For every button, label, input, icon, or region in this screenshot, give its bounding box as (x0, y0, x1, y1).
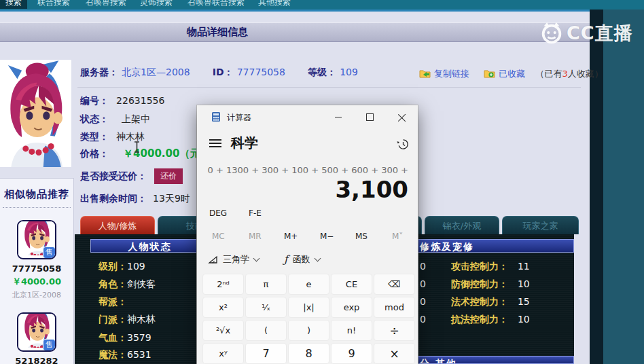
function-dropdown[interactable]: ƒ 函数 (284, 253, 320, 266)
nav-tab-accessory-search[interactable]: 灵饰搜索 (135, 0, 178, 9)
page-title: 物品详细信息 (170, 26, 265, 39)
tab-player-home[interactable]: 玩家之家 (502, 216, 579, 234)
key-square[interactable]: x² (202, 297, 244, 318)
favorite-count-suffix: 人收藏） (568, 69, 603, 79)
recommend-sidebar: 相似物品推荐 售 77775058 ￥4000.00 北京1区-2008 售 5… (0, 178, 74, 364)
cultivation-row: 0防御控制力：10 (420, 277, 530, 291)
item-thumbnail[interactable]: 售 (17, 220, 56, 259)
right-dark-strip (590, 0, 603, 364)
calculator-title: 计算器 (227, 112, 251, 124)
bargain-button[interactable]: 还价 (154, 168, 183, 184)
cultivation-row: 0抗法控制力：10 (420, 312, 530, 326)
item-actions-row: 复制链接 已收藏 （已有3人收藏） (419, 67, 603, 80)
server-value: 北京1区—2008 (122, 67, 190, 77)
key-exp[interactable]: exp (331, 297, 372, 318)
nav-tab-label: 召唤兽联合搜索 (187, 0, 245, 7)
key-close-paren[interactable]: ) (288, 320, 329, 341)
maximize-icon (366, 113, 374, 121)
time-left-label: 出售剩余时间： (80, 193, 147, 204)
minimize-button[interactable] (323, 105, 353, 128)
cultivation-label: 法术控制力： (451, 296, 508, 307)
key-factorial[interactable]: n! (331, 320, 372, 341)
memory-subtract-button[interactable]: M− (320, 232, 334, 241)
memory-clear-button[interactable]: MC (212, 232, 225, 241)
cultivation-value: 10 (518, 314, 530, 325)
menu-button[interactable] (209, 139, 221, 149)
key-7[interactable]: 7 (245, 343, 287, 364)
key-pi[interactable]: π (245, 274, 287, 295)
recommend-item-id[interactable]: 77775058 (0, 263, 73, 274)
level-value: 109 (340, 67, 358, 77)
stat-label: 魔法： (99, 349, 127, 360)
key-9[interactable]: 9 (331, 343, 372, 364)
nav-tab-label: 召唤兽搜索 (86, 0, 126, 7)
item-summary-row: 服务器： 北京1区—2008 ID： 77775058 等级： 109 (80, 65, 358, 79)
maximize-button[interactable] (355, 105, 384, 128)
memory-store-button[interactable]: MS (355, 232, 368, 241)
key-reciprocal[interactable]: ¹⁄ₓ (245, 297, 287, 318)
tab-fashion-appearance[interactable]: 锦衣/外观 (425, 216, 499, 234)
key-backspace[interactable]: ⌫ (374, 274, 415, 295)
ibeam-cursor (133, 141, 141, 153)
cc-logo-icon (539, 20, 565, 46)
key-abs[interactable]: |x| (288, 297, 329, 318)
copy-link-button[interactable]: 复制链接 (434, 69, 469, 79)
key-8[interactable]: 8 (288, 343, 329, 364)
status-label: 状态： (80, 113, 109, 124)
recommend-item[interactable]: 售 5218282 (0, 312, 73, 364)
close-button[interactable] (387, 105, 417, 128)
cultivation-left-value: 0 (420, 261, 426, 272)
item-thumbnail[interactable]: 售 (17, 312, 56, 352)
number-value: 22631556 (116, 95, 164, 106)
cultivation-panel-header: 修炼及宠修 (416, 239, 574, 253)
time-left-value: 13天9时 (153, 193, 190, 204)
key-mod[interactable]: mod (374, 297, 415, 318)
memory-add-button[interactable]: M+ (284, 232, 298, 241)
stat-label: 气血： (99, 332, 127, 343)
history-icon[interactable] (397, 138, 410, 151)
favorite-count-number: 3 (562, 69, 567, 79)
key-power[interactable]: xʸ (202, 343, 244, 364)
recommend-item[interactable]: 售 77775058 ￥4000.00 北京1区-2008 (0, 220, 73, 300)
key-divide[interactable]: ÷ (374, 320, 415, 341)
nav-tab-other-search[interactable]: 其他搜索 (253, 0, 296, 9)
key-2nd[interactable]: 2ⁿᵈ (202, 274, 244, 295)
key-e[interactable]: e (288, 274, 329, 295)
stat-label: 角色： (99, 278, 127, 289)
nav-tab-label: 搜索 (5, 0, 22, 7)
nav-tab-combined-search[interactable]: 联合搜索 (32, 0, 75, 9)
tab-character-cultivation[interactable]: 人物/修炼 (80, 216, 155, 234)
recommend-item-id[interactable]: 5218282 (0, 356, 73, 364)
status-row-mp: 魔法：6531 (99, 348, 151, 361)
calculator-window: 计算器 科学 0 + 1300 + 300 + 100 + 500 + 600 … (197, 105, 418, 364)
key-sqrt[interactable]: ²√x (202, 320, 244, 341)
screen: 搜索 联合搜索 召唤兽搜索 灵饰搜索 召唤兽联合搜索 其他搜索 物品详细信息 C… (0, 0, 644, 364)
price-label: 价格： (80, 148, 109, 159)
calculator-titlebar[interactable]: 计算器 (197, 105, 418, 128)
nav-tab-pet-search[interactable]: 召唤兽搜索 (80, 0, 132, 9)
fe-button[interactable]: F-E (249, 208, 262, 218)
favorited-icon (484, 69, 495, 78)
function-label: 函数 (293, 253, 310, 266)
memory-flyout-button[interactable]: M˅ (392, 232, 403, 241)
cultivation-row: 0法术控制力：15 (420, 295, 530, 308)
chevron-down-icon (314, 255, 321, 262)
memory-recall-button[interactable]: MR (249, 232, 262, 241)
recommend-item-server: 北京1区-2008 (0, 290, 73, 300)
level-label: 等级： (308, 67, 336, 77)
key-clear-entry[interactable]: CE (331, 274, 372, 295)
nav-tab-search[interactable]: 搜索 (0, 0, 27, 9)
favorite-count: （已有3人收藏） (535, 69, 603, 79)
deg-button[interactable]: DEG (209, 208, 227, 218)
trigonometry-dropdown[interactable]: 三角学 (208, 253, 259, 266)
key-multiply[interactable]: × (374, 343, 415, 364)
nav-tab-pet-combined-search[interactable]: 召唤兽联合搜索 (182, 0, 250, 9)
calculator-keypad: 2ⁿᵈ π e CE ⌫ x² ¹⁄ₓ |x| exp mod ²√x ( ) … (202, 274, 415, 364)
other-panel-header: 分 其他 (416, 356, 574, 364)
trigonometry-label: 三角学 (223, 253, 249, 266)
close-icon (398, 113, 406, 121)
favorited-button[interactable]: 已收藏 (499, 69, 525, 79)
key-open-paren[interactable]: ( (245, 320, 287, 341)
dotted-divider (3, 207, 71, 208)
recommend-item-price: ￥4000.00 (0, 276, 73, 288)
